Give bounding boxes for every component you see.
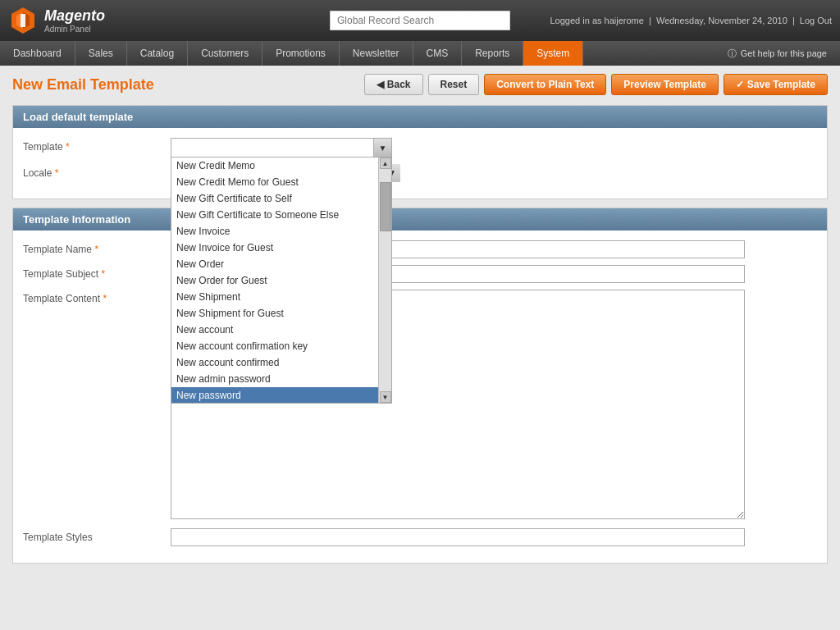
help-link[interactable]: ⓘ Get help for this page [714,41,840,66]
back-button[interactable]: ◀ Back [364,74,423,95]
content-label: Template Content * [23,290,171,304]
nav-catalog[interactable]: Catalog [127,41,188,66]
magento-logo-icon [8,6,38,35]
template-info-body: Template Name * Template Subject * T [13,231,827,563]
navigation: Dashboard Sales Catalog Customers Promot… [0,41,840,66]
dropdown-item-credit-memo-guest[interactable]: New Credit Memo for Guest [171,174,378,190]
required-star: * [66,141,70,153]
logo-subtitle: Admin Panel [44,25,105,34]
subject-row: Template Subject * [23,265,817,283]
user-name: Logged in as haijerome [550,16,644,25]
load-template-section: Load default template Template * ▼ [12,105,828,199]
page-header: New Email Template ◀ Back Reset Convert … [12,74,828,95]
dropdown-item-account-confirmed[interactable]: New account confirmed [171,354,378,371]
scrollbar-thumb[interactable] [380,182,391,231]
logout-link[interactable]: Log Out [800,16,832,25]
styles-field[interactable] [171,528,817,546]
subject-required: * [101,268,105,280]
dropdown-item-gift-other[interactable]: New Gift Certificate to Someone Else [171,207,378,223]
content-row: Template Content * [23,290,817,522]
styles-label: Template Styles [23,528,171,543]
nav-promotions[interactable]: Promotions [262,41,340,66]
nav-customers[interactable]: Customers [188,41,262,66]
dropdown-item-account-confirm-key[interactable]: New account confirmation key [171,338,378,354]
back-label: Back [387,79,411,90]
main-content: New Email Template ◀ Back Reset Convert … [0,66,840,580]
template-info-section: Template Information Template Name * Tem… [12,208,828,564]
dropdown-item-gift-self[interactable]: New Gift Certificate to Self [171,190,378,207]
dropdown-item-invoice-guest[interactable]: New Invoice for Guest [171,240,378,256]
load-template-header: Load default template [13,106,827,128]
load-template-body: Template * ▼ New Credit Memo New C [13,128,827,199]
login-date: Wednesday, November 24, 2010 [656,16,788,25]
template-dropdown-trigger[interactable]: ▼ [171,138,392,158]
action-buttons: ◀ Back Reset Convert to Plain Text Previ… [364,74,828,95]
template-row: Template * ▼ New Credit Memo New C [23,138,817,158]
svg-rect-3 [21,14,25,27]
content-required: * [103,293,107,304]
back-arrow-icon: ◀ [377,79,384,90]
nav-system[interactable]: System [523,41,583,66]
name-row: Template Name * [23,240,817,258]
logo-brand: Magento [44,7,105,25]
nav-newsletter[interactable]: Newsletter [340,41,413,66]
convert-button[interactable]: Convert to Plain Text [484,74,606,95]
template-styles-input[interactable] [171,528,745,546]
template-info-header: Template Information [13,208,827,231]
help-icon: ⓘ [728,48,737,60]
dropdown-arrow-icon: ▼ [373,139,391,157]
dropdown-item-admin-password[interactable]: New admin password [171,371,378,387]
dropdown-scrollbar[interactable]: ▲ ▼ [378,158,391,403]
template-label: Template * [23,138,171,153]
logo-area: Magento Admin Panel [8,6,105,35]
dropdown-item-credit-memo[interactable]: New Credit Memo [171,158,378,174]
reset-button[interactable]: Reset [428,74,480,95]
template-field: ▼ New Credit Memo New Credit Memo for Gu… [171,138,817,158]
help-label: Get help for this page [741,48,827,58]
dropdown-item-shipment[interactable]: New Shipment [171,289,378,305]
nav-dashboard[interactable]: Dashboard [0,41,75,66]
styles-row: Template Styles [23,528,817,546]
name-required: * [94,244,98,255]
template-dropdown[interactable]: ▼ New Credit Memo New Credit Memo for Gu… [171,138,392,158]
locale-label: Locale * [23,164,171,179]
page-title: New Email Template [12,76,154,94]
dropdown-item-order-guest[interactable]: New Order for Guest [171,272,378,289]
locale-required-star: * [55,167,59,179]
dropdown-item-account[interactable]: New account [171,322,378,338]
name-label: Template Name * [23,240,171,255]
nav-sales[interactable]: Sales [75,41,127,66]
dropdown-item-shipment-guest[interactable]: New Shipment for Guest [171,305,378,322]
search-input[interactable] [330,11,510,30]
dropdown-item-new-password[interactable]: New password [171,387,378,403]
locale-row: Locale * English (United States) ▼ [23,164,817,182]
save-check-icon: ✓ [736,79,744,90]
dropdown-item-invoice[interactable]: New Invoice [171,223,378,240]
template-dropdown-list[interactable]: New Credit Memo New Credit Memo for Gues… [171,158,392,404]
header: Magento Admin Panel Logged in as haijero… [0,0,840,41]
user-info: Logged in as haijerome | Wednesday, Nove… [550,16,833,25]
nav-reports[interactable]: Reports [462,41,523,66]
dropdown-items-list[interactable]: New Credit Memo New Credit Memo for Gues… [171,158,378,403]
nav-cms[interactable]: CMS [413,41,463,66]
save-label: Save Template [747,79,815,90]
preview-button[interactable]: Preview Template [611,74,719,95]
search-area[interactable] [330,11,510,30]
dropdown-selected-text [171,145,373,150]
subject-label: Template Subject * [23,265,171,280]
dropdown-item-order[interactable]: New Order [171,256,378,272]
save-button[interactable]: ✓ Save Template [724,74,828,95]
